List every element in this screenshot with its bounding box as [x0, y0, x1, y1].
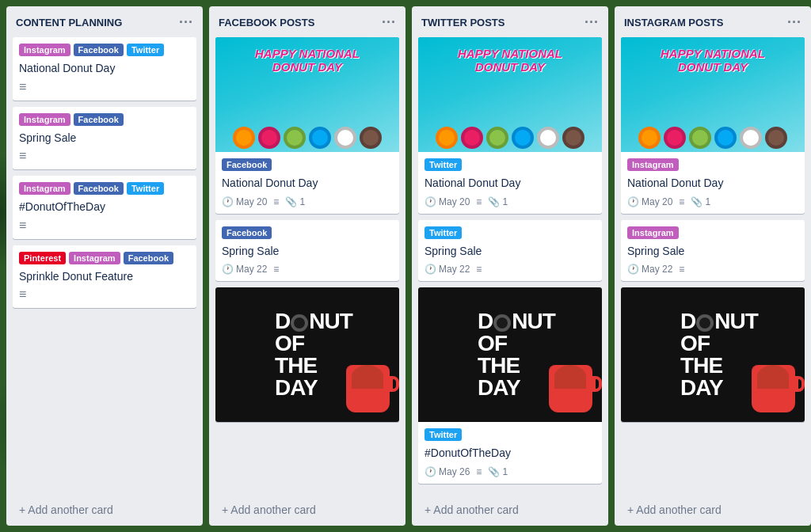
card-date: 🕐 May 22: [425, 264, 470, 275]
column-twitter-posts: TWITTER POSTS··· HAPPY NATIONALDONUT DAY…: [412, 6, 608, 526]
card-image-donut-top: HAPPY NATIONALDONUT DAY: [215, 37, 399, 152]
card-attachment: 📎 1: [488, 196, 508, 207]
paperclip-icon: 📎: [285, 196, 297, 207]
tag-facebook: Facebook: [222, 158, 272, 171]
card-footer: 🕐 May 20≡📎 1: [627, 196, 798, 207]
card[interactable]: TwitterSpring Sale🕐 May 22≡: [418, 220, 602, 282]
card-date: 🕐 May 26: [425, 466, 470, 477]
card[interactable]: HAPPY NATIONALDONUT DAY FacebookNational…: [215, 37, 399, 214]
card-title: Spring Sale: [425, 244, 596, 260]
card-desc-count: ≡: [273, 196, 279, 207]
card[interactable]: HAPPY NATIONALDONUT DAY TwitterNational …: [418, 37, 602, 214]
column-instagram-posts: INSTAGRAM POSTS··· HAPPY NATIONALDONUT D…: [615, 6, 811, 526]
column-title: TWITTER POSTS: [421, 17, 504, 28]
card-date: 🕐 May 22: [222, 264, 267, 275]
card-title: National Donut Day: [19, 61, 190, 77]
tag-twitter: Twitter: [127, 44, 164, 56]
column-content: HAPPY NATIONALDONUT DAY FacebookNational…: [209, 37, 406, 494]
card-attachment: 📎 1: [488, 466, 508, 477]
column-menu-button[interactable]: ···: [584, 14, 599, 31]
card-date: 🕐 May 20: [222, 196, 267, 207]
column-header: TWITTER POSTS···: [412, 6, 608, 37]
tag-instagram: Instagram: [69, 252, 120, 264]
clock-icon: 🕐: [627, 196, 639, 207]
card-desc-count: ≡: [679, 264, 684, 275]
card-desc-count: ≡: [476, 264, 482, 275]
card[interactable]: InstagramFacebookTwitter#DonutOfTheDay≡: [13, 176, 196, 239]
list-icon: ≡: [273, 264, 279, 275]
card-desc-count: ≡: [273, 264, 279, 275]
card-desc-icon: ≡: [19, 218, 190, 233]
tag-facebook: Facebook: [74, 182, 124, 195]
column-title: FACEBOOK POSTS: [219, 17, 314, 28]
card-title: Spring Sale: [627, 244, 798, 260]
column-title: INSTAGRAM POSTS: [624, 17, 723, 28]
tag-facebook: Facebook: [74, 44, 124, 56]
clock-icon: 🕐: [425, 196, 436, 207]
card-desc-count: ≡: [476, 466, 482, 477]
tag-pinterest: Pinterest: [19, 252, 66, 264]
card-date: 🕐 May 22: [627, 264, 672, 275]
tag-facebook: Facebook: [222, 226, 272, 239]
card[interactable]: InstagramFacebookTwitterNational Donut D…: [13, 37, 196, 101]
card-desc-count: ≡: [679, 196, 684, 207]
list-icon: ≡: [476, 264, 482, 275]
card-footer: 🕐 May 22≡: [222, 264, 393, 275]
card-title: Spring Sale: [19, 131, 190, 146]
list-icon: ≡: [679, 264, 684, 275]
card-image-donut-bottom: DNUT OF THE DAY: [215, 287, 399, 422]
column-content: InstagramFacebookTwitterNational Donut D…: [6, 37, 203, 494]
tag-instagram: Instagram: [19, 182, 70, 195]
column-menu-button[interactable]: ···: [787, 14, 801, 31]
card-desc-icon: ≡: [19, 149, 190, 163]
column-menu-button[interactable]: ···: [382, 14, 396, 31]
card-title: National Donut Day: [222, 176, 393, 192]
card-footer: 🕐 May 22≡: [425, 264, 596, 275]
tag-twitter: Twitter: [425, 428, 462, 441]
tag-instagram: Instagram: [627, 226, 679, 239]
card-title: Spring Sale: [222, 244, 393, 260]
card[interactable]: InstagramSpring Sale🕐 May 22≡: [621, 220, 805, 282]
card[interactable]: PinterestInstagramFacebookSprinkle Donut…: [13, 245, 196, 309]
column-menu-button[interactable]: ···: [179, 14, 193, 31]
card-attachment: 📎 1: [691, 196, 710, 207]
add-card-button[interactable]: + Add another card: [618, 497, 808, 522]
card-desc-count: ≡: [476, 196, 482, 207]
card-title: National Donut Day: [627, 176, 798, 192]
tag-instagram: Instagram: [19, 113, 70, 126]
clock-icon: 🕐: [627, 264, 639, 275]
column-header: CONTENT PLANNING···: [6, 6, 203, 37]
add-card-button[interactable]: + Add another card: [10, 497, 200, 522]
card-date: 🕐 May 20: [425, 196, 470, 207]
card-image-donut-top: HAPPY NATIONALDONUT DAY: [418, 37, 602, 152]
card[interactable]: InstagramFacebookSpring Sale≡: [13, 107, 196, 170]
card-footer: 🕐 May 22≡: [627, 264, 798, 275]
paperclip-icon: 📎: [691, 196, 702, 207]
list-icon: ≡: [273, 196, 279, 207]
card-title: National Donut Day: [425, 176, 596, 192]
card-image-donut-bottom: DNUT OF THE DAY: [418, 287, 602, 422]
column-content: HAPPY NATIONALDONUT DAY InstagramNationa…: [615, 37, 811, 494]
card-footer: 🕐 May 20≡📎 1: [425, 196, 596, 207]
card-date: 🕐 May 20: [627, 196, 672, 207]
card[interactable]: DNUT OF THE DAY: [621, 287, 805, 422]
list-icon: ≡: [476, 196, 482, 207]
paperclip-icon: 📎: [488, 466, 500, 477]
card[interactable]: DNUT OF THE DAY: [215, 287, 399, 422]
column-header: INSTAGRAM POSTS···: [615, 6, 811, 37]
board: CONTENT PLANNING···InstagramFacebookTwit…: [0, 0, 811, 532]
clock-icon: 🕐: [425, 264, 436, 275]
list-icon: ≡: [679, 196, 684, 207]
add-card-button[interactable]: + Add another card: [415, 497, 605, 522]
clock-icon: 🕐: [222, 196, 234, 207]
add-card-button[interactable]: + Add another card: [212, 497, 402, 522]
card[interactable]: FacebookSpring Sale🕐 May 22≡: [215, 220, 399, 282]
column-title: CONTENT PLANNING: [16, 17, 122, 28]
card-image-donut-top: HAPPY NATIONALDONUT DAY: [621, 37, 805, 152]
card[interactable]: HAPPY NATIONALDONUT DAY InstagramNationa…: [621, 37, 805, 214]
card-footer: 🕐 May 26≡📎 1: [425, 466, 596, 477]
tag-instagram: Instagram: [627, 158, 679, 171]
list-icon: ≡: [476, 466, 482, 477]
card[interactable]: DNUT OF THE DAY Twitter#DonutOfTheDay🕐 M…: [418, 287, 602, 484]
card-image-donut-bottom: DNUT OF THE DAY: [621, 287, 805, 422]
